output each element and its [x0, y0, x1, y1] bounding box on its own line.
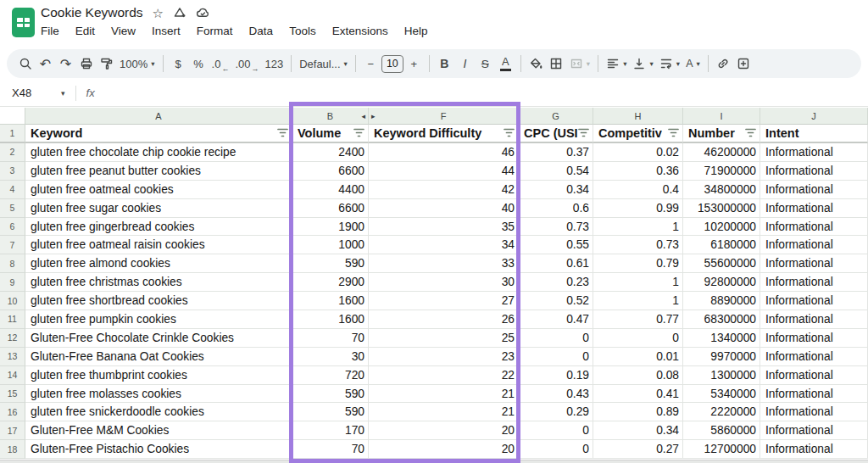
- column-header-i[interactable]: I: [683, 108, 760, 125]
- cell-competition[interactable]: 0.36: [593, 162, 683, 181]
- cell-competition[interactable]: 0.34: [593, 421, 683, 440]
- row-number[interactable]: 2: [0, 143, 25, 162]
- cell-keyword-difficulty[interactable]: 27: [369, 292, 519, 310]
- cell-competition[interactable]: 1: [593, 218, 683, 237]
- menu-edit[interactable]: Edit: [75, 25, 95, 37]
- cell-intent[interactable]: Informational: [760, 421, 868, 440]
- cell-keyword[interactable]: gluten free shortbread cookies: [25, 292, 292, 310]
- show-hidden-columns-left-icon[interactable]: ◂: [361, 112, 365, 120]
- cell-cpc[interactable]: 0.55: [519, 236, 593, 254]
- cell-keyword[interactable]: gluten free christmas cookies: [25, 273, 292, 292]
- row-number[interactable]: 10: [0, 292, 25, 310]
- cell-competition[interactable]: 0.02: [593, 143, 683, 162]
- menu-format[interactable]: Format: [197, 25, 233, 37]
- cell-competition[interactable]: 1: [593, 292, 683, 310]
- cell-intent[interactable]: Informational: [760, 440, 868, 459]
- cell-volume[interactable]: 70: [292, 329, 369, 348]
- cell-number[interactable]: 1340000: [683, 329, 760, 348]
- insert-link-icon[interactable]: [714, 53, 733, 75]
- cell-cpc[interactable]: 0.61: [519, 254, 593, 273]
- cell-intent[interactable]: Informational: [760, 143, 868, 162]
- zoom-select[interactable]: 100%▾: [117, 53, 158, 75]
- decrease-decimal-button[interactable]: .0←: [209, 53, 232, 75]
- cell-intent[interactable]: Informational: [760, 273, 868, 292]
- cell-cpc[interactable]: 0.54: [519, 162, 593, 181]
- cell-keyword[interactable]: gluten free snickerdoodle cookies: [25, 403, 292, 421]
- cell-competition[interactable]: 0.77: [593, 310, 683, 329]
- menu-file[interactable]: File: [41, 25, 59, 37]
- row-number[interactable]: 17: [0, 421, 25, 440]
- cell-keyword-difficulty[interactable]: 20: [369, 440, 519, 459]
- select-all-corner[interactable]: [0, 108, 25, 125]
- row-number[interactable]: 18: [0, 440, 25, 459]
- cell-cpc[interactable]: 0: [519, 440, 593, 459]
- cell-keyword[interactable]: gluten free thumbprint cookies: [25, 366, 292, 385]
- cell-keyword-difficulty[interactable]: 21: [369, 403, 519, 421]
- cell-number[interactable]: 46200000: [683, 143, 760, 162]
- cell-keyword[interactable]: gluten free oatmeal cookies: [25, 181, 292, 199]
- header-cell-competition[interactable]: Competitiv: [593, 125, 683, 143]
- cell-competition[interactable]: 0.27: [593, 440, 683, 459]
- row-number[interactable]: 5: [0, 199, 25, 218]
- cell-keyword-difficulty[interactable]: 42: [369, 181, 519, 199]
- cell-number[interactable]: 9970000: [683, 348, 760, 366]
- cell-keyword[interactable]: gluten free oatmeal raisin cookies: [25, 236, 292, 254]
- filter-icon[interactable]: [668, 126, 679, 140]
- star-icon[interactable]: ☆: [153, 7, 164, 20]
- column-header-b[interactable]: B ◂: [292, 108, 369, 125]
- cell-keyword[interactable]: gluten free almond cookies: [25, 254, 292, 273]
- cell-competition[interactable]: 0.41: [593, 385, 683, 404]
- chevron-down-icon[interactable]: ▾: [61, 89, 65, 98]
- paint-format-icon[interactable]: [97, 53, 116, 75]
- row-number[interactable]: 13: [0, 348, 25, 366]
- cell-number[interactable]: 5340000: [683, 385, 760, 404]
- cell-volume[interactable]: 2400: [292, 143, 369, 162]
- font-select[interactable]: Defaul...▾: [297, 53, 350, 75]
- header-cell-intent[interactable]: Intent: [760, 125, 868, 143]
- bold-button[interactable]: B: [435, 53, 454, 75]
- cell-number[interactable]: 12700000: [683, 440, 760, 459]
- cell-keyword-difficulty[interactable]: 26: [369, 310, 519, 329]
- menu-view[interactable]: View: [111, 25, 136, 37]
- cell-number[interactable]: 153000000: [683, 199, 760, 218]
- cell-number[interactable]: 5860000: [683, 421, 760, 440]
- cell-keyword-difficulty[interactable]: 25: [369, 329, 519, 348]
- print-icon[interactable]: [76, 53, 96, 75]
- column-header-h[interactable]: H: [593, 108, 683, 125]
- cell-intent[interactable]: Informational: [760, 218, 868, 237]
- header-cell-keyword[interactable]: Keyword: [25, 125, 292, 143]
- cell-volume[interactable]: 6600: [292, 199, 369, 218]
- cell-number[interactable]: 55600000: [683, 254, 760, 273]
- menu-data[interactable]: Data: [249, 25, 274, 37]
- sheets-logo-icon[interactable]: [12, 8, 35, 37]
- cell-number[interactable]: 34800000: [683, 181, 760, 199]
- vertical-align-icon[interactable]: ▾: [630, 53, 655, 75]
- cell-cpc[interactable]: 0: [519, 329, 593, 348]
- cell-number[interactable]: 6180000: [683, 236, 760, 254]
- cell-cpc[interactable]: 0.19: [519, 366, 593, 385]
- cell-number[interactable]: 71900000: [683, 162, 760, 181]
- number-format-button[interactable]: 123: [262, 53, 286, 75]
- undo-icon[interactable]: ↶: [36, 53, 55, 75]
- cell-keyword-difficulty[interactable]: 35: [369, 218, 519, 237]
- cell-keyword[interactable]: Gluten-Free M&M Cookies: [25, 421, 292, 440]
- cell-number[interactable]: 92800000: [683, 273, 760, 292]
- row-number[interactable]: 8: [0, 254, 25, 273]
- cell-cpc[interactable]: 0.6: [519, 199, 593, 218]
- cell-keyword[interactable]: gluten free chocolate chip cookie recipe: [25, 143, 292, 162]
- cell-competition[interactable]: 0.01: [593, 348, 683, 366]
- filter-icon[interactable]: [277, 126, 288, 140]
- strikethrough-button[interactable]: S: [476, 53, 495, 75]
- cell-cpc[interactable]: 0.34: [519, 181, 593, 199]
- row-number[interactable]: 14: [0, 366, 25, 385]
- filter-icon[interactable]: [745, 126, 756, 140]
- fill-color-icon[interactable]: [526, 53, 546, 75]
- increase-decimal-button[interactable]: .00→: [232, 53, 261, 75]
- cell-intent[interactable]: Informational: [760, 236, 868, 254]
- filter-icon[interactable]: [504, 126, 515, 140]
- cell-volume[interactable]: 1000: [292, 236, 369, 254]
- cell-number[interactable]: 2220000: [683, 403, 760, 421]
- cell-intent[interactable]: Informational: [760, 385, 868, 404]
- currency-format-button[interactable]: $: [169, 53, 188, 75]
- row-number[interactable]: 16: [0, 403, 25, 421]
